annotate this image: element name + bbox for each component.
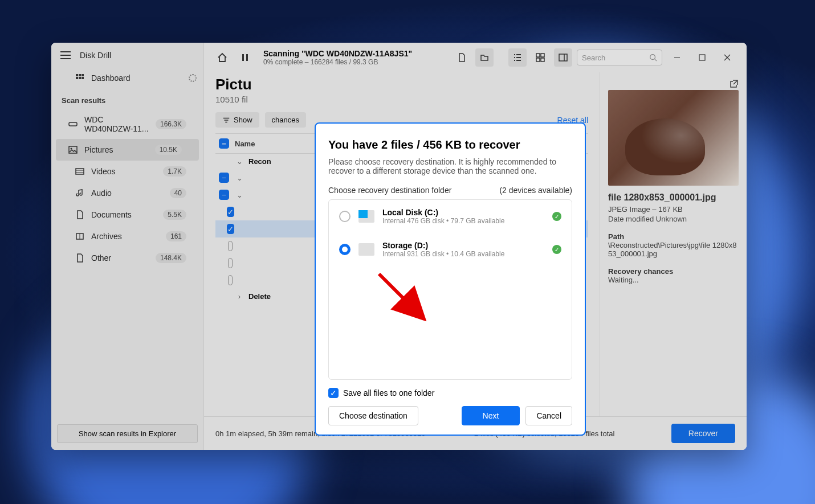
destination-list: Local Disk (C:) Internal 476 GB disk • 7… bbox=[328, 199, 572, 380]
app-window: Disk Drill Dashboard Scan results WDC WD… bbox=[51, 43, 747, 450]
recovery-destination-modal: You have 2 files / 456 KB to recover Ple… bbox=[315, 122, 586, 436]
modal-description: Please choose recovery destination. It i… bbox=[328, 157, 572, 175]
check-ok-icon: ✓ bbox=[552, 212, 561, 221]
destination-storage[interactable]: Storage (D:) Internal 931 GB disk • 10.4… bbox=[329, 233, 572, 266]
destination-details: Internal 476 GB disk • 79.7 GB available bbox=[382, 217, 544, 225]
destination-label: Choose recovery destination folder bbox=[328, 186, 451, 195]
destination-name: Local Disk (C:) bbox=[382, 208, 544, 217]
devices-count: (2 devices available) bbox=[499, 186, 572, 195]
disk-icon bbox=[358, 243, 374, 256]
windows-disk-icon bbox=[358, 210, 374, 223]
save-one-folder-checkbox[interactable]: ✓ bbox=[328, 388, 339, 398]
destination-local-disk[interactable]: Local Disk (C:) Internal 476 GB disk • 7… bbox=[329, 200, 572, 233]
modal-title: You have 2 files / 456 KB to recover bbox=[328, 138, 572, 151]
radio-selected[interactable] bbox=[339, 244, 351, 255]
choose-destination-button[interactable]: Choose destination bbox=[328, 406, 418, 425]
destination-details: Internal 931 GB disk • 10.4 GB available bbox=[382, 250, 544, 258]
destination-name: Storage (D:) bbox=[382, 241, 544, 250]
radio-unselected[interactable] bbox=[339, 211, 351, 222]
cancel-button[interactable]: Cancel bbox=[525, 406, 572, 425]
next-button[interactable]: Next bbox=[462, 406, 520, 425]
check-ok-icon: ✓ bbox=[552, 245, 561, 254]
save-one-folder-label: Save all files to one folder bbox=[343, 388, 434, 398]
